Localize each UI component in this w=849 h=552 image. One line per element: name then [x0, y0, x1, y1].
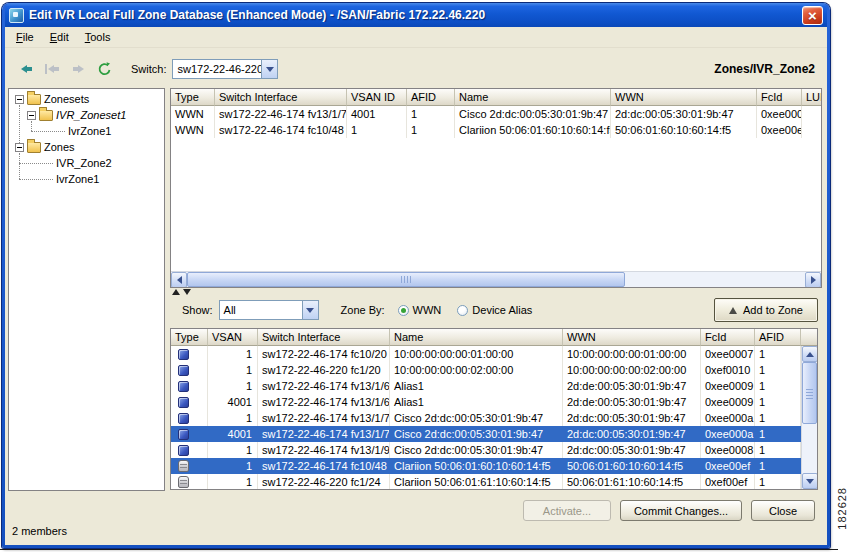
- menu-item-file[interactable]: File: [8, 28, 42, 46]
- zone-members-table: TypeSwitch InterfaceVSAN IDAFIDNameWWNFc…: [170, 88, 822, 288]
- refresh-icon[interactable]: [93, 58, 115, 80]
- candidate-member-row[interactable]: 1sw172-22-46-174 fc10/2010:00:00:00:00:0…: [171, 346, 817, 362]
- back-icon[interactable]: [15, 58, 37, 80]
- zone-member-row[interactable]: WWNsw172-22-46-174 fv13/1/740011Cisco 2d…: [171, 106, 821, 122]
- vertical-scrollbar[interactable]: [801, 346, 817, 489]
- show-select-value: All: [220, 304, 302, 316]
- column-header-vsan[interactable]: VSAN: [208, 329, 258, 346]
- scroll-up-button[interactable]: [802, 346, 818, 362]
- column-header-fcid[interactable]: FcId: [701, 329, 755, 346]
- tree-expander-icon[interactable]: [15, 143, 24, 152]
- storage-icon: [178, 460, 189, 472]
- cell: sw172-22-46-174 fv13/1/6: [258, 394, 390, 410]
- column-header-wwn[interactable]: WWN: [563, 329, 701, 346]
- column-header-name[interactable]: Name: [455, 89, 611, 106]
- cell: 4001: [208, 426, 258, 442]
- cell: 2d:dc:00:05:30:01:9b:47: [563, 410, 701, 426]
- scroll-thumb[interactable]: [187, 272, 625, 287]
- menu-bar: FileEditTools: [5, 27, 827, 48]
- cell: sw172-22-46-174 fv13/1/7: [215, 106, 347, 122]
- add-to-zone-label: Add to Zone: [743, 304, 803, 316]
- column-header-wwn[interactable]: WWN: [611, 89, 757, 106]
- toolbar-icons: [15, 58, 119, 80]
- scroll-left-button[interactable]: [171, 272, 187, 288]
- cell: 0xee0009: [701, 378, 755, 394]
- column-header-type[interactable]: Type: [171, 89, 215, 106]
- tree-item-ivrzone1[interactable]: IvrZone1: [9, 171, 164, 187]
- activate-button[interactable]: Activate...: [523, 500, 611, 521]
- tree-item-zones[interactable]: Zones: [9, 139, 164, 155]
- zone-member-row[interactable]: WWNsw172-22-46-174 fc10/4811Clariion 50:…: [171, 122, 821, 138]
- scroll-right-button[interactable]: [805, 272, 821, 288]
- status-text: 2 members: [12, 525, 67, 537]
- column-header-name[interactable]: Name: [390, 329, 563, 346]
- candidate-member-row[interactable]: 4001sw172-22-46-174 fv13/1/7Cisco 2d:dc:…: [171, 426, 817, 442]
- column-header-switch-interface[interactable]: Switch Interface: [258, 329, 390, 346]
- cell: 10:00:00:00:00:01:00:00: [390, 346, 563, 362]
- collapse-up-icon[interactable]: [172, 289, 180, 295]
- candidate-member-row[interactable]: 1sw172-22-46-174 fv13/1/7Cisco 2d:dc:00:…: [171, 410, 817, 426]
- toolbar: Switch: sw172-22-46-220 Zones/IVR_Zone2: [5, 49, 827, 89]
- cell: sw172-22-46-174 fc10/48: [215, 122, 347, 138]
- tree-item-ivrzone1[interactable]: IvrZone1: [9, 123, 164, 139]
- cell: sw172-22-46-220 fc1/20: [258, 362, 390, 378]
- tree-label: Zonesets: [44, 91, 89, 107]
- cell: 0xee00ef: [757, 122, 802, 138]
- cell: Clariion 50:06:01:60:10:60:14:f5: [455, 122, 611, 138]
- column-header-vsan-id[interactable]: VSAN ID: [347, 89, 407, 106]
- tree-expander-icon[interactable]: [27, 111, 36, 120]
- folder-icon: [27, 94, 41, 105]
- scroll-thumb[interactable]: [802, 362, 817, 424]
- show-dropdown-arrow-icon[interactable]: [302, 301, 318, 319]
- menu-item-tools[interactable]: Tools: [77, 28, 119, 46]
- radio-option-wwn[interactable]: WWN: [398, 304, 442, 316]
- tree-connector: [31, 131, 65, 132]
- switch-select[interactable]: sw172-22-46-220: [172, 59, 278, 79]
- host-icon: [178, 445, 189, 456]
- candidate-member-row[interactable]: 1sw172-22-46-174 fc10/48Clariion 50:06:0…: [171, 458, 817, 474]
- window-title: Edit IVR Local Full Zone Database (Enhan…: [29, 8, 802, 22]
- scroll-down-button[interactable]: [802, 473, 818, 489]
- candidate-member-row[interactable]: 1sw172-22-46-220 fc1/2010:00:00:00:00:02…: [171, 362, 817, 378]
- column-header-fcid[interactable]: FcId: [757, 89, 802, 106]
- tree-item-ivr-zone2[interactable]: IVR_Zone2: [9, 155, 164, 171]
- menu-item-edit[interactable]: Edit: [42, 28, 77, 46]
- column-header-lui[interactable]: LUI: [802, 89, 822, 106]
- scroll-left-icon: [177, 276, 182, 284]
- cell: 1: [755, 474, 801, 490]
- title-bar[interactable]: Edit IVR Local Full Zone Database (Enhan…: [5, 3, 827, 27]
- splitter-controls[interactable]: [172, 289, 191, 295]
- collapse-down-icon[interactable]: [183, 289, 191, 295]
- candidate-member-row[interactable]: 1sw172-22-46-174 fv13/1/9Cisco 2d:dc:00:…: [171, 442, 817, 458]
- cell: [171, 346, 208, 362]
- close-button[interactable]: [802, 6, 823, 25]
- cell: sw172-22-46-174 fc10/48: [258, 458, 390, 474]
- move-left-icon[interactable]: [41, 58, 63, 80]
- candidate-member-row[interactable]: 1sw172-22-46-220 fc1/24Clariion 50:06:01…: [171, 474, 817, 490]
- zone-by-options: WWNDevice Alias: [398, 304, 533, 316]
- show-label: Show:: [182, 304, 213, 316]
- candidate-member-row[interactable]: 4001sw172-22-46-174 fv13/1/6Alias12d:de:…: [171, 394, 817, 410]
- close-button[interactable]: Close: [751, 500, 815, 521]
- folder-icon: [39, 110, 53, 121]
- add-to-zone-button[interactable]: Add to Zone: [714, 298, 818, 322]
- column-header-switch-interface[interactable]: Switch Interface: [215, 89, 347, 106]
- column-header-afid[interactable]: AFID: [755, 329, 801, 346]
- show-select[interactable]: All: [219, 300, 319, 320]
- cell: [171, 410, 208, 426]
- radio-option-device-alias[interactable]: Device Alias: [457, 304, 532, 316]
- cell: Alias1: [390, 378, 563, 394]
- cell: sw172-22-46-220 fc1/24: [258, 474, 390, 490]
- commit-changes-button[interactable]: Commit Changes...: [620, 500, 742, 521]
- cell: 10:00:00:00:00:02:00:00: [563, 362, 701, 378]
- column-header-afid[interactable]: AFID: [407, 89, 455, 106]
- tree-item-ivr-zoneset1[interactable]: IVR_Zoneset1: [9, 107, 164, 123]
- cell: 10:00:00:00:00:01:00:00: [563, 346, 701, 362]
- column-header-type[interactable]: Type: [171, 329, 208, 346]
- candidate-member-row[interactable]: 1sw172-22-46-174 fv13/1/6Alias12d:de:00:…: [171, 378, 817, 394]
- tree-item-zonesets[interactable]: Zonesets: [9, 91, 164, 107]
- move-right-icon[interactable]: [67, 58, 89, 80]
- tree-expander-icon[interactable]: [15, 95, 24, 104]
- switch-dropdown-arrow-icon[interactable]: [261, 60, 277, 78]
- horizontal-scrollbar[interactable]: [171, 271, 821, 287]
